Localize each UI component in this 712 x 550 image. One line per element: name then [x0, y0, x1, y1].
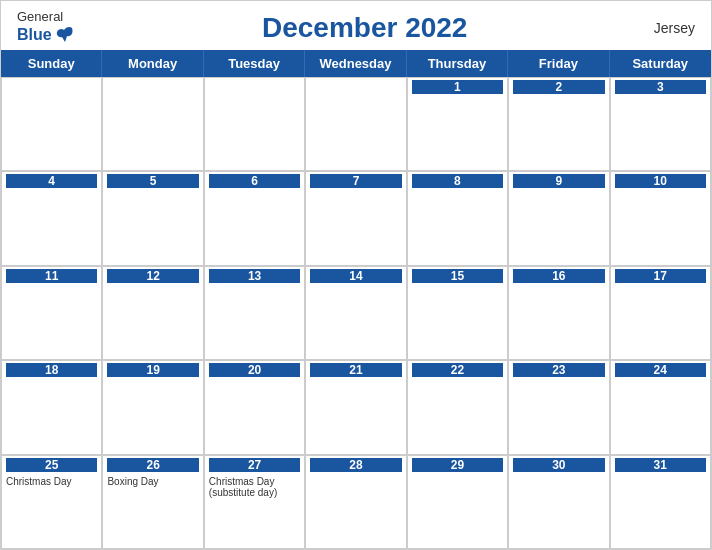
calendar-cell: 16: [508, 266, 609, 360]
calendar-cell: 5: [102, 171, 203, 265]
cell-date-number: 4: [6, 174, 97, 188]
calendar-header: General Blue December 2022 Jersey: [1, 1, 711, 50]
calendar-cell: 9: [508, 171, 609, 265]
cell-date-number: 28: [310, 458, 401, 472]
logo: General Blue: [17, 9, 76, 46]
cell-date-number: 25: [6, 458, 97, 472]
calendar-title: December 2022: [262, 12, 467, 44]
calendar-cell: 30: [508, 455, 609, 549]
cell-date-number: 16: [513, 269, 604, 283]
calendar-cell: 29: [407, 455, 508, 549]
calendar-cell: 19: [102, 360, 203, 454]
calendar-cell: 12: [102, 266, 203, 360]
cell-event: Boxing Day: [107, 476, 198, 487]
cell-event: Christmas Day: [6, 476, 97, 487]
cell-event: Christmas Day (substitute day): [209, 476, 300, 498]
cell-date-number: 9: [513, 174, 604, 188]
cell-date-number: 14: [310, 269, 401, 283]
logo-blue-area: Blue: [17, 24, 76, 46]
logo-bird-icon: [54, 24, 76, 46]
cell-date-number: 13: [209, 269, 300, 283]
cell-date-number: 29: [412, 458, 503, 472]
cell-date-number: 6: [209, 174, 300, 188]
cell-date-number: 23: [513, 363, 604, 377]
calendar-cell: [305, 77, 406, 171]
calendar-cell: 21: [305, 360, 406, 454]
cell-date-number: 11: [6, 269, 97, 283]
logo-blue-text: Blue: [17, 26, 52, 44]
calendar-cell: 13: [204, 266, 305, 360]
calendar-cell: 11: [1, 266, 102, 360]
calendar-cell: 4: [1, 171, 102, 265]
calendar-cell: 24: [610, 360, 711, 454]
cell-date-number: 1: [412, 80, 503, 94]
cell-date-number: 24: [615, 363, 706, 377]
calendar-cell: 26Boxing Day: [102, 455, 203, 549]
cell-date-number: 19: [107, 363, 198, 377]
cell-date-number: 22: [412, 363, 503, 377]
calendar-cell: 28: [305, 455, 406, 549]
day-header-tuesday: Tuesday: [204, 50, 305, 77]
cell-date-number: 3: [615, 80, 706, 94]
calendar-cell: [204, 77, 305, 171]
calendar-cell: 8: [407, 171, 508, 265]
cell-date-number: 26: [107, 458, 198, 472]
cell-date-number: 18: [6, 363, 97, 377]
calendar-cell: 22: [407, 360, 508, 454]
calendar-cell: [1, 77, 102, 171]
cell-date-number: 10: [615, 174, 706, 188]
cell-date-number: 5: [107, 174, 198, 188]
cell-date-number: 30: [513, 458, 604, 472]
calendar-cell: 10: [610, 171, 711, 265]
cell-date-number: 7: [310, 174, 401, 188]
day-header-saturday: Saturday: [610, 50, 711, 77]
day-header-monday: Monday: [102, 50, 203, 77]
cell-date-number: 17: [615, 269, 706, 283]
country-label: Jersey: [654, 20, 695, 36]
day-header-wednesday: Wednesday: [305, 50, 406, 77]
calendar-cell: 20: [204, 360, 305, 454]
calendar-grid: 1234567891011121314151617181920212223242…: [1, 77, 711, 549]
day-header-friday: Friday: [508, 50, 609, 77]
cell-date-number: 12: [107, 269, 198, 283]
logo-general-text: General: [17, 9, 63, 24]
cell-date-number: 15: [412, 269, 503, 283]
calendar-cell: 18: [1, 360, 102, 454]
day-header-thursday: Thursday: [407, 50, 508, 77]
calendar-cell: 27Christmas Day (substitute day): [204, 455, 305, 549]
calendar-cell: 25Christmas Day: [1, 455, 102, 549]
calendar-cell: 23: [508, 360, 609, 454]
calendar-cell: 14: [305, 266, 406, 360]
cell-date-number: 27: [209, 458, 300, 472]
calendar-cell: 7: [305, 171, 406, 265]
calendar-cell: 31: [610, 455, 711, 549]
calendar-cell: 17: [610, 266, 711, 360]
calendar-cell: [102, 77, 203, 171]
day-header-sunday: Sunday: [1, 50, 102, 77]
calendar-cell: 15: [407, 266, 508, 360]
cell-date-number: 20: [209, 363, 300, 377]
cell-date-number: 21: [310, 363, 401, 377]
day-headers-row: SundayMondayTuesdayWednesdayThursdayFrid…: [1, 50, 711, 77]
calendar-cell: 1: [407, 77, 508, 171]
calendar-cell: 3: [610, 77, 711, 171]
cell-date-number: 8: [412, 174, 503, 188]
cell-date-number: 31: [615, 458, 706, 472]
calendar: General Blue December 2022 Jersey Sunday…: [0, 0, 712, 550]
cell-date-number: 2: [513, 80, 604, 94]
calendar-cell: 2: [508, 77, 609, 171]
calendar-cell: 6: [204, 171, 305, 265]
